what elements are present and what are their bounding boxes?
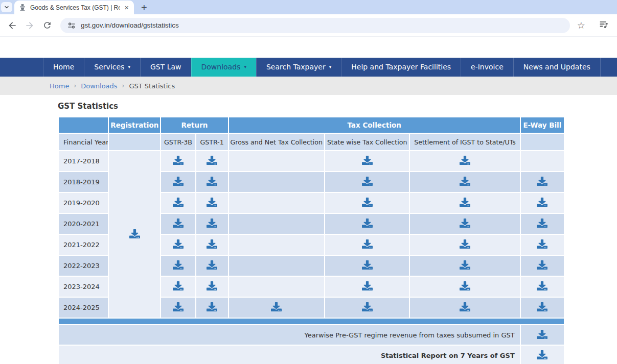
download-icon-2022-2023-eway[interactable] bbox=[537, 260, 547, 270]
download-icon-2022-2023-igst[interactable] bbox=[460, 260, 470, 270]
footer-download-icon-1[interactable] bbox=[537, 350, 547, 359]
cell-2023-2024-gstr1 bbox=[196, 277, 228, 297]
download-icon-2018-2019-statewise[interactable] bbox=[362, 177, 373, 186]
download-icon-2018-2019-gstr1[interactable] bbox=[207, 177, 217, 186]
reload-button[interactable] bbox=[39, 17, 55, 34]
registration-cell bbox=[109, 151, 160, 318]
cell-2020-2021-eway bbox=[521, 214, 564, 234]
nav-item-news-and-updates[interactable]: News and Updates bbox=[513, 58, 601, 77]
chevron-down-icon: ▾ bbox=[244, 65, 246, 69]
cell-2017-2018-eway bbox=[521, 151, 564, 171]
browser-tab[interactable]: Goods & Services Tax (GST) | Re × bbox=[14, 1, 134, 14]
cell-2017-2018-igst bbox=[410, 151, 519, 171]
group-header-return: Return bbox=[161, 117, 227, 133]
breadcrumb-item-downloads[interactable]: Downloads bbox=[81, 82, 117, 90]
download-icon-2020-2021-igst[interactable] bbox=[460, 219, 470, 228]
download-icon-2023-2024-gstr3b[interactable] bbox=[173, 281, 184, 290]
download-icon-2018-2019-gstr3b[interactable] bbox=[173, 177, 184, 186]
sub-header-settlement-of-igst-to-state-uts: Settlement of IGST to State/UTs bbox=[410, 134, 519, 150]
year-cell-2018-2019: 2018-2019 bbox=[59, 172, 108, 192]
footer-download-cell bbox=[521, 325, 564, 345]
download-icon-2019-2020-gstr3b[interactable] bbox=[173, 198, 184, 207]
new-tab-button[interactable]: + bbox=[141, 3, 147, 13]
nav-item-label: News and Updates bbox=[523, 58, 590, 77]
group-header-registration: Registration bbox=[109, 117, 160, 133]
download-icon-2017-2018-statewise[interactable] bbox=[362, 156, 373, 165]
breadcrumb-item-gst-statistics: GST Statistics bbox=[129, 82, 175, 90]
nav-item-label: Home bbox=[53, 58, 74, 77]
nav-item-search-taxpayer[interactable]: Search Taxpayer▾ bbox=[256, 58, 341, 77]
cell-2023-2024-eway bbox=[521, 277, 564, 297]
tab-close-icon[interactable]: × bbox=[123, 4, 130, 11]
cell-2023-2024-statewise bbox=[325, 277, 409, 297]
download-icon-2021-2022-gstr3b[interactable] bbox=[173, 239, 184, 249]
nav-item-e-invoice[interactable]: e-Invoice bbox=[461, 58, 513, 77]
download-icon-2024-2025-gstr1[interactable] bbox=[207, 302, 217, 311]
arrow-left-icon bbox=[7, 20, 17, 31]
cell-2018-2019-statewise bbox=[325, 172, 409, 192]
download-icon-2019-2020-igst[interactable] bbox=[460, 198, 470, 207]
download-icon-2023-2024-igst[interactable] bbox=[460, 281, 470, 290]
download-icon-2024-2025-gstr3b[interactable] bbox=[173, 302, 184, 311]
download-icon-2020-2021-statewise[interactable] bbox=[362, 219, 373, 228]
footer-row: Statistical Report on 7 Years of GST bbox=[59, 346, 564, 364]
page-content: GST Statistics RegistrationReturnTax Col… bbox=[0, 95, 617, 364]
download-icon-2021-2022-gstr1[interactable] bbox=[207, 239, 217, 249]
year-cell-2024-2025: 2024-2025 bbox=[59, 298, 108, 318]
download-icon-2023-2024-eway[interactable] bbox=[537, 281, 547, 290]
year-cell-2021-2022: 2021-2022 bbox=[59, 235, 108, 255]
download-icon-2017-2018-gstr3b[interactable] bbox=[173, 156, 184, 165]
year-cell-2022-2023: 2022-2023 bbox=[59, 256, 108, 276]
download-icon-2022-2023-gstr1[interactable] bbox=[207, 260, 217, 270]
download-icon-2024-2025-eway[interactable] bbox=[537, 302, 547, 311]
download-icon-2019-2020-gstr1[interactable] bbox=[207, 198, 217, 207]
back-button[interactable] bbox=[4, 17, 20, 34]
download-icon-2021-2022-igst[interactable] bbox=[460, 239, 470, 249]
download-icon-2019-2020-statewise[interactable] bbox=[362, 198, 373, 207]
download-icon-2024-2025-igst[interactable] bbox=[460, 302, 470, 311]
nav-item-label: e-Invoice bbox=[471, 58, 504, 77]
cell-2019-2020-eway bbox=[521, 193, 564, 213]
download-icon-2017-2018-igst[interactable] bbox=[460, 156, 470, 165]
nav-item-help-and-taxpayer-facilities[interactable]: Help and Taxpayer Facilities bbox=[341, 58, 461, 77]
nav-item-home[interactable]: Home bbox=[43, 58, 84, 77]
group-header-blank bbox=[59, 117, 108, 133]
download-icon-2020-2021-gstr3b[interactable] bbox=[173, 219, 184, 228]
download-icon-2023-2024-gstr1[interactable] bbox=[207, 281, 217, 290]
sub-header-gstr-3b: GSTR-3B bbox=[161, 134, 195, 150]
download-icon-2018-2019-eway[interactable] bbox=[537, 177, 547, 186]
footer-download-icon-0[interactable] bbox=[537, 330, 547, 339]
download-icon-2024-2025-gross[interactable] bbox=[271, 302, 282, 311]
forward-button[interactable] bbox=[21, 17, 38, 34]
download-icon-2018-2019-igst[interactable] bbox=[460, 177, 470, 186]
download-icon-2020-2021-gstr1[interactable] bbox=[207, 219, 217, 228]
chevron-down-icon: ▾ bbox=[128, 65, 130, 69]
address-bar[interactable]: gst.gov.in/download/gststatistics bbox=[60, 18, 570, 33]
download-icon-2019-2020-eway[interactable] bbox=[537, 198, 547, 207]
download-icon-2021-2022-eway[interactable] bbox=[537, 239, 547, 249]
breadcrumb-item-home[interactable]: Home bbox=[50, 82, 69, 90]
download-icon-2024-2025-statewise[interactable] bbox=[362, 302, 373, 311]
table-row: 2017-2018 bbox=[59, 151, 564, 171]
arrow-right-icon bbox=[25, 20, 35, 31]
download-icon-2022-2023-gstr3b[interactable] bbox=[173, 260, 184, 270]
browser-window: Goods & Services Tax (GST) | Re × + gst.… bbox=[0, 0, 617, 364]
download-icon-2022-2023-statewise[interactable] bbox=[362, 260, 373, 270]
cell-2018-2019-gstr1 bbox=[196, 172, 228, 192]
tab-search-button[interactable] bbox=[1, 2, 12, 12]
registration-download-icon[interactable] bbox=[129, 229, 140, 238]
sub-header-financial-year: Financial Year bbox=[59, 134, 108, 150]
nav-item-services[interactable]: Services▾ bbox=[84, 58, 140, 77]
footer-row: Yearwise Pre-GST regime revenue from tax… bbox=[59, 325, 564, 345]
download-icon-2017-2018-gstr1[interactable] bbox=[207, 156, 217, 165]
group-header-e-way-bill: E-Way Bill bbox=[521, 117, 564, 133]
media-controls-icon[interactable] bbox=[599, 19, 609, 32]
bookmark-star-icon[interactable]: ☆ bbox=[574, 20, 588, 31]
download-icon-2023-2024-statewise[interactable] bbox=[362, 281, 373, 290]
download-icon-2021-2022-statewise[interactable] bbox=[362, 239, 373, 249]
nav-item-gst-law[interactable]: GST Law bbox=[140, 58, 191, 77]
cell-2017-2018-gross bbox=[229, 151, 324, 171]
download-icon-2020-2021-eway[interactable] bbox=[537, 219, 547, 228]
nav-item-downloads[interactable]: Downloads▾ bbox=[191, 58, 256, 77]
sub-header-gross-and-net-tax-collection: Gross and Net Tax Collection bbox=[229, 134, 324, 150]
